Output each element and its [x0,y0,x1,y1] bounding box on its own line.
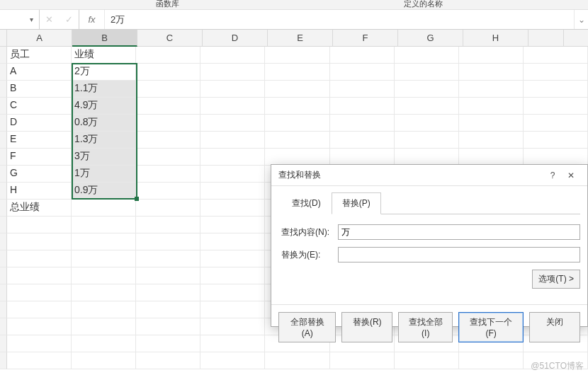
column-header-H[interactable]: H [463,30,528,47]
cell[interactable] [395,64,459,81]
cell[interactable] [136,64,200,81]
cell[interactable] [200,352,265,369]
column-header-blank[interactable] [528,30,564,47]
cell[interactable] [459,98,524,115]
cell[interactable] [136,115,200,132]
row-header[interactable] [0,250,7,267]
cell[interactable] [265,352,329,369]
cell[interactable] [200,166,265,183]
cell[interactable] [200,335,265,352]
cell[interactable] [136,335,200,352]
formula-input[interactable]: 2万 [105,10,574,29]
cell[interactable] [459,47,524,64]
cell[interactable] [72,284,136,301]
cell[interactable] [72,301,136,318]
cell[interactable] [459,352,524,369]
cell[interactable] [136,81,200,98]
column-header-C[interactable]: C [137,30,203,47]
cell[interactable] [136,318,200,335]
column-header-blank[interactable] [564,30,588,47]
replace-button[interactable]: 替换(R) [341,312,392,342]
cell[interactable] [72,352,136,369]
cell[interactable]: 1.3万 [72,132,136,149]
cell[interactable] [265,64,329,81]
cell[interactable] [72,267,136,284]
cell[interactable] [200,318,265,335]
cell[interactable] [72,335,136,352]
cell[interactable] [330,132,395,149]
cell[interactable]: G [7,166,72,183]
cell[interactable] [200,132,265,149]
cell[interactable] [330,149,395,166]
fx-icon[interactable]: fx [79,10,105,29]
cell[interactable] [72,200,136,217]
column-header-F[interactable]: F [333,30,398,47]
cell[interactable] [200,81,265,98]
row-header[interactable] [0,183,7,200]
tab-replace[interactable]: 替换(P) [332,192,381,214]
cell[interactable] [200,250,265,267]
cell[interactable]: 总业绩 [7,200,72,217]
cell[interactable] [200,284,265,301]
cell[interactable] [7,335,72,352]
cell[interactable]: 业绩 [72,47,136,64]
column-header-A[interactable]: A [7,30,72,47]
cell[interactable]: 2万 [72,64,136,81]
row-header[interactable] [0,284,7,301]
cell[interactable]: E [7,132,72,149]
cell[interactable] [136,47,200,64]
options-button[interactable]: 选项(T) > [532,270,580,289]
cell[interactable] [524,64,588,81]
cell[interactable] [136,132,200,149]
cell[interactable] [136,301,200,318]
cell[interactable] [200,233,265,250]
row-header[interactable] [0,98,7,115]
cell[interactable] [330,98,395,115]
cell[interactable] [136,149,200,166]
cell[interactable]: C [7,98,72,115]
cell[interactable] [7,250,72,267]
cell[interactable]: 0.9万 [72,183,136,200]
column-header-G[interactable]: G [398,30,463,47]
cell[interactable] [7,301,72,318]
cell[interactable]: H [7,183,72,200]
cell[interactable]: 1万 [72,166,136,183]
cell[interactable] [72,318,136,335]
cell[interactable] [524,47,588,64]
cell[interactable] [136,166,200,183]
cell[interactable]: 4.9万 [72,98,136,115]
cell[interactable] [395,81,459,98]
cell[interactable] [265,115,329,132]
cell[interactable] [459,115,524,132]
find-all-button[interactable]: 查找全部(I) [398,312,453,342]
cell[interactable] [395,149,459,166]
cell[interactable] [136,284,200,301]
cell[interactable] [395,47,459,64]
row-header[interactable] [0,149,7,166]
cell[interactable] [459,81,524,98]
cell[interactable] [136,233,200,250]
cell[interactable] [200,149,265,166]
cell[interactable] [200,115,265,132]
cell[interactable] [265,47,329,64]
cell[interactable] [330,81,395,98]
find-next-button[interactable]: 查找下一个(F) [458,312,524,342]
row-header[interactable] [0,132,7,149]
column-header-B[interactable]: B [72,30,137,47]
row-header[interactable] [0,200,7,217]
cell[interactable] [200,301,265,318]
row-header[interactable] [0,64,7,81]
cell[interactable] [395,132,459,149]
cell[interactable] [136,217,200,233]
cell[interactable] [72,250,136,267]
cell[interactable] [136,183,200,200]
cell[interactable] [524,132,588,149]
cell[interactable] [265,149,329,166]
cell[interactable] [524,115,588,132]
cell[interactable] [330,115,395,132]
cell[interactable] [524,98,588,115]
column-header-D[interactable]: D [203,30,268,47]
cell[interactable] [330,47,395,64]
cell[interactable] [200,217,265,233]
replace-all-button[interactable]: 全部替换(A) [278,312,336,342]
